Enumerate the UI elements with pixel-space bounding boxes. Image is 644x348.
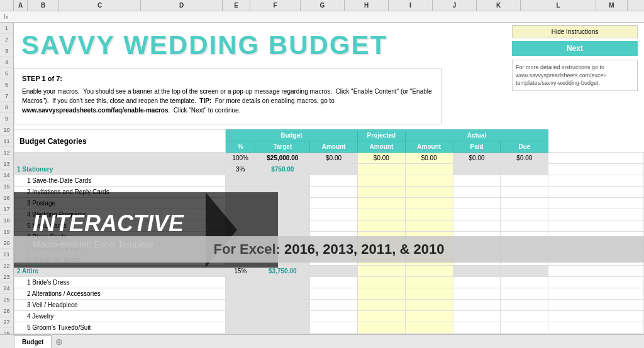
list-item: 4 Jewelry: [14, 311, 644, 322]
formula-bar: fx: [0, 11, 644, 23]
col-header-d: D: [141, 0, 223, 11]
cat-stationery-target: $750.00: [255, 164, 310, 175]
col-header-i: I: [389, 0, 433, 11]
col-header-j: J: [433, 0, 477, 11]
tab-bar: Budget ⊕: [0, 334, 644, 348]
row-num-11: 11: [0, 136, 13, 147]
row-num-7: 7: [0, 90, 13, 102]
total-due: $0.00: [501, 153, 548, 164]
budget-amount-subheader: Amount: [310, 141, 358, 153]
col-header-row: A B C D E F G H I J K L M: [0, 0, 644, 11]
list-item: 5 Groom's Tuxedo/Suit: [14, 322, 644, 334]
next-button[interactable]: Next: [512, 41, 638, 56]
col-header-e: E: [223, 0, 250, 11]
target-subheader: Target: [255, 141, 310, 153]
row-num-13: 13: [0, 158, 13, 170]
total-target: $25,000.00: [255, 153, 310, 164]
row-num-4: 4: [0, 57, 13, 68]
due-subheader: Due: [501, 141, 548, 153]
main-area: 1 2 3 4 5 6 7 8 9 10 11 12 13 14 15 16 1…: [0, 23, 644, 345]
row-numbers: 1 2 3 4 5 6 7 8 9 10 11 12 13 14 15 16 1…: [0, 23, 14, 345]
row-num-3: 3: [0, 45, 13, 57]
row-num-27: 27: [0, 317, 13, 328]
col-header-a: A: [14, 0, 28, 11]
sheet-content: SAVVY WEDDING BUDGET STEP 1 of 7: Enable…: [14, 23, 644, 345]
paid-subheader: Paid: [453, 141, 501, 153]
excel-version-bar: For Excel: 2016, 2013, 2011, & 2010: [14, 236, 644, 263]
add-sheet-button[interactable]: ⊕: [55, 337, 63, 347]
projected-header: Projected: [357, 130, 405, 141]
hide-instructions-button[interactable]: Hide Instructions: [512, 25, 638, 38]
row-num-6: 6: [0, 79, 13, 90]
budget-sheet-tab[interactable]: Budget: [14, 335, 52, 348]
total-paid: $0.00: [453, 153, 501, 164]
title-area: SAVVY WEDDING BUDGET: [14, 23, 441, 68]
actual-header: Actual: [405, 130, 548, 141]
for-excel-label: For Excel:: [214, 241, 284, 258]
row-num-15: 15: [0, 181, 13, 192]
row-num-8: 8: [0, 102, 13, 113]
col-header-k: K: [477, 0, 521, 11]
row-num-19: 19: [0, 226, 13, 237]
pct-subheader: %: [225, 141, 255, 153]
budget-categories-header: Budget Categories: [14, 130, 226, 153]
row-num-17: 17: [0, 204, 13, 215]
total-budget-amount: $0.00: [310, 153, 358, 164]
col-header-f: F: [250, 0, 301, 11]
col-header-c: C: [59, 0, 141, 11]
row-num-16: 16: [0, 192, 13, 204]
row-num-12: 12: [0, 147, 13, 158]
col-header-m: M: [596, 0, 628, 11]
category-row-stationery: 1 Stationery 3% $750.00: [14, 164, 644, 175]
row-num-9: 9: [0, 113, 13, 124]
list-item: 2 Alterations / Accessories: [14, 288, 644, 300]
row-num-20: 20: [0, 237, 13, 249]
total-act-amount: $0.00: [405, 153, 453, 164]
extra-info: For more detailed instructions go to www…: [512, 60, 638, 91]
budget-header: Budget: [225, 130, 357, 141]
col-header-b: B: [28, 0, 59, 11]
list-item: 1 Save-the-Date Cards: [14, 175, 644, 187]
cat-stationery-label: 1 Stationery: [14, 164, 226, 175]
total-pct: 100%: [225, 153, 255, 164]
row-num-1: 1: [0, 23, 13, 34]
list-item: 3 Veil / Headpiece: [14, 300, 644, 311]
page-title: SAVVY WEDDING BUDGET: [21, 30, 387, 60]
row-num-10: 10: [0, 124, 13, 136]
col-header-g: G: [301, 0, 345, 11]
cat-stationery-pct: 3%: [225, 164, 255, 175]
total-proj-amount: $0.00: [357, 153, 405, 164]
row-num-2: 2: [0, 34, 13, 45]
col-header-corner: [0, 0, 14, 11]
step-label: STEP 1 of 7:: [22, 73, 433, 84]
col-header-l: L: [521, 0, 596, 11]
instructions-panel: STEP 1 of 7: Enable your macros. You sho…: [14, 68, 441, 124]
row-num-26: 26: [0, 305, 13, 317]
row-num-5: 5: [0, 68, 13, 79]
spreadsheet: A B C D E F G H I J K L M fx 1 2 3 4 5 6…: [0, 0, 644, 348]
row-num-22: 22: [0, 260, 13, 271]
notes-header: Notes: [548, 130, 644, 153]
header-row-1: Budget Categories Budget Projected Actua…: [14, 130, 644, 141]
totals-row: 100% $25,000.00 $0.00 $0.00 $0.00 $0.00 …: [14, 153, 644, 164]
act-amount-subheader: Amount: [405, 141, 453, 153]
excel-versions: 2016, 2013, 2011, & 2010: [284, 241, 444, 258]
row-num-21: 21: [0, 249, 13, 260]
watermark-title: INTERACTIVE: [33, 210, 184, 237]
col-header-h: H: [345, 0, 389, 11]
list-item: 1 Bride's Dress: [14, 277, 644, 288]
right-panel: Hide Instructions Next For more detailed…: [512, 25, 638, 91]
row-num-25: 25: [0, 294, 13, 305]
row-num-14: 14: [0, 170, 13, 181]
instructions-body: Enable your macros. You should see a ban…: [22, 87, 433, 115]
proj-amount-subheader: Amount: [357, 141, 405, 153]
row-num-18: 18: [0, 215, 13, 226]
row-num-24: 24: [0, 283, 13, 294]
row-num-23: 23: [0, 271, 13, 283]
